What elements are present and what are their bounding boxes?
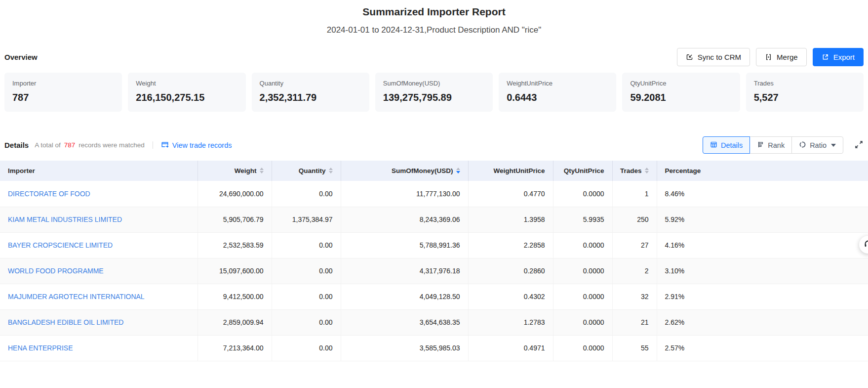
cell-importer: MAJUMDER AGROTECH INTERNATIONAL: [0, 284, 197, 309]
tab-ratio[interactable]: Ratio: [791, 136, 843, 154]
export-button[interactable]: Export: [813, 48, 864, 66]
sync-to-crm-label: Sync to CRM: [698, 53, 741, 61]
page-title: Summarized Importer Report: [0, 6, 868, 18]
card-label: Trades: [754, 80, 856, 87]
cell-importer: HENA ENTERPRISE: [0, 335, 197, 361]
importer-link[interactable]: BAYER CROPSCIENCE LIMITED: [8, 241, 113, 249]
card-value: 139,275,795.89: [383, 92, 485, 103]
merge-icon: [765, 53, 772, 61]
table-row: WORLD FOOD PROGRAMME15,097,600.000.004,3…: [0, 258, 868, 284]
cell-importer: KIAM METAL INDUSTRIES LIMITED: [0, 207, 197, 232]
cell-weightunitprice: 0.2860: [468, 258, 553, 284]
tab-details[interactable]: Details: [703, 136, 750, 154]
overview-card-quantity: Quantity2,352,311.79: [252, 73, 369, 112]
card-value: 59.2081: [630, 92, 732, 103]
cell-weight: 2,532,583.59: [197, 232, 272, 258]
column-header-weightunitprice: WeightUnitPrice: [468, 161, 553, 181]
importer-link[interactable]: DIRECTORATE OF FOOD: [8, 190, 90, 198]
cell-weight: 5,905,706.79: [197, 207, 272, 232]
column-header-trades[interactable]: Trades: [612, 161, 657, 181]
overview-card-importer: Importer787: [4, 73, 122, 112]
cell-qtyunitprice: 0.0000: [553, 309, 612, 335]
column-label: Quantity: [299, 167, 326, 174]
cell-trades: 250: [612, 207, 657, 232]
ratio-donut-icon: [799, 141, 806, 150]
overview-bar: Overview Sync to CRM Merge Export: [0, 48, 868, 66]
table-row: BAYER CROPSCIENCE LIMITED2,532,583.590.0…: [0, 232, 868, 258]
cell-qtyunitprice: 5.9935: [553, 207, 612, 232]
cell-weightunitprice: 0.4971: [468, 335, 553, 361]
table-row: KIAM METAL INDUSTRIES LIMITED5,905,706.7…: [0, 207, 868, 232]
cell-importer: DIRECTORATE OF FOOD: [0, 181, 197, 207]
cell-percentage: 3.10%: [657, 258, 868, 284]
merge-label: Merge: [777, 53, 798, 61]
column-header-qtyunitprice: QtyUnitPrice: [553, 161, 612, 181]
cell-quantity: 0.00: [272, 284, 341, 309]
card-label: Weight: [136, 80, 237, 87]
sort-icon[interactable]: [645, 168, 649, 173]
sort-icon[interactable]: [260, 168, 264, 173]
sort-asc-caret: [645, 168, 649, 170]
importer-table: ImporterWeightQuantitySumOfMoney(USD)Wei…: [0, 161, 868, 361]
column-header-quantity[interactable]: Quantity: [272, 161, 341, 181]
matched-suffix: records were matched: [79, 141, 145, 149]
fullscreen-icon: [854, 140, 864, 151]
sync-icon: [686, 53, 693, 61]
card-value: 787: [12, 92, 114, 103]
view-trade-records-link[interactable]: View trade records: [161, 141, 232, 150]
cell-qtyunitprice: 0.0000: [553, 335, 612, 361]
sort-icon[interactable]: [456, 168, 460, 173]
sort-desc-caret: [456, 171, 460, 173]
cell-trades: 1: [612, 181, 657, 207]
importer-link[interactable]: KIAM METAL INDUSTRIES LIMITED: [8, 216, 122, 223]
view-trade-records-label: View trade records: [172, 141, 232, 149]
importer-link[interactable]: MAJUMDER AGROTECH INTERNATIONAL: [8, 293, 145, 301]
sort-asc-caret: [329, 168, 333, 170]
column-label: WeightUnitPrice: [493, 167, 545, 174]
headset-icon: [864, 239, 868, 251]
cell-importer: WORLD FOOD PROGRAMME: [0, 258, 197, 284]
column-header-importer: Importer: [0, 161, 197, 181]
cell-sumofmoney-usd: 11,777,130.00: [341, 181, 468, 207]
details-left: Details A total of 787 records were matc…: [4, 141, 232, 150]
column-label: Weight: [235, 167, 257, 174]
cell-quantity: 0.00: [272, 232, 341, 258]
cell-qtyunitprice: 0.0000: [553, 232, 612, 258]
overview-card-qtyunitprice: QtyUnitPrice59.2081: [622, 73, 740, 112]
export-label: Export: [833, 53, 855, 61]
fullscreen-button[interactable]: [854, 140, 864, 151]
cell-percentage: 2.57%: [657, 335, 868, 361]
column-header-percentage: Percentage: [657, 161, 868, 181]
cell-percentage: 4.16%: [657, 232, 868, 258]
importer-link[interactable]: HENA ENTERPRISE: [8, 344, 73, 352]
cell-sumofmoney-usd: 8,243,369.06: [341, 207, 468, 232]
details-section-title: Details: [4, 141, 29, 149]
cell-sumofmoney-usd: 4,049,128.50: [341, 284, 468, 309]
table-body: DIRECTORATE OF FOOD24,690,000.000.0011,7…: [0, 181, 868, 361]
report-subtitle: 2024-01-01 to 2024-12-31,Product Descrip…: [0, 25, 868, 35]
importer-link[interactable]: WORLD FOOD PROGRAMME: [8, 267, 104, 275]
cell-quantity: 0.00: [272, 335, 341, 361]
column-header-sumofmoney-usd[interactable]: SumOfMoney(USD): [341, 161, 468, 181]
sort-desc-caret: [329, 171, 333, 173]
details-bar: Details A total of 787 records were matc…: [0, 136, 868, 154]
cell-quantity: 1,375,384.97: [272, 207, 341, 232]
cell-trades: 32: [612, 284, 657, 309]
cell-weightunitprice: 1.3958: [468, 207, 553, 232]
sort-icon[interactable]: [329, 168, 333, 173]
matched-summary: A total of 787 records were matched: [35, 141, 145, 149]
cell-trades: 55: [612, 335, 657, 361]
tab-rank[interactable]: Rank: [750, 136, 792, 154]
details-grid-icon: [710, 141, 717, 150]
table-row: MAJUMDER AGROTECH INTERNATIONAL9,412,500…: [0, 284, 868, 309]
sync-to-crm-button[interactable]: Sync to CRM: [677, 48, 750, 66]
cell-sumofmoney-usd: 5,788,991.36: [341, 232, 468, 258]
cell-weight: 7,213,364.00: [197, 335, 272, 361]
card-label: SumOfMoney(USD): [383, 80, 485, 87]
cell-quantity: 0.00: [272, 181, 341, 207]
merge-button[interactable]: Merge: [756, 48, 807, 66]
card-value: 0.6443: [507, 92, 608, 103]
importer-link[interactable]: BANGLADESH EDIBLE OIL LIMITED: [8, 318, 123, 326]
overview-actions: Sync to CRM Merge Export: [677, 48, 864, 66]
column-header-weight[interactable]: Weight: [197, 161, 272, 181]
